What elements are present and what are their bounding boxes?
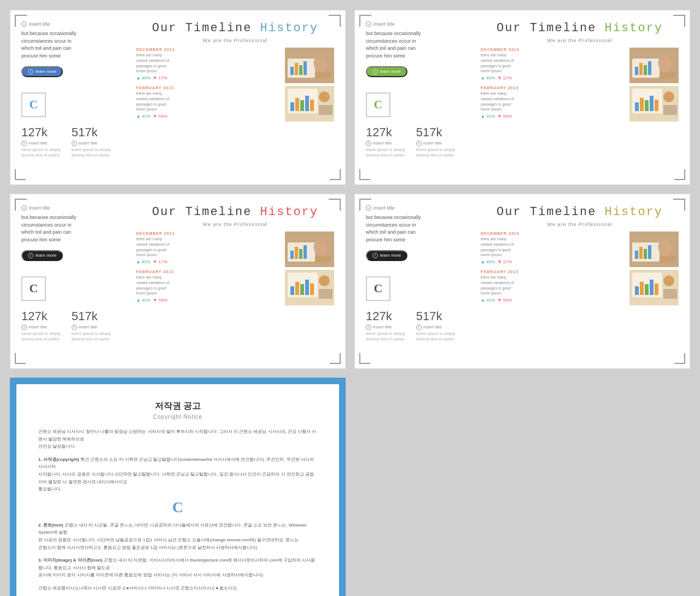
timeline-img-3b <box>285 270 334 305</box>
slide-3-insert-title: + insert title <box>21 205 131 211</box>
copyright-title-en: Copyright Notice <box>38 414 317 420</box>
stat-icon-2a: + <box>366 141 371 146</box>
slide-4-timeline: DECEMBER 2012 there are manyvariant vari… <box>481 232 679 305</box>
stat-4a: 127k + insert title lorem ipsum is simpl… <box>366 309 405 343</box>
stats-2: 127k + insert title lorem ipsum is simpl… <box>366 125 475 159</box>
svg-rect-54 <box>639 247 643 259</box>
svg-rect-62 <box>640 282 644 295</box>
slide-1-subtitle: We are the Professional <box>136 38 334 43</box>
slide-2-insert-title: + insert title <box>366 21 475 27</box>
svg-rect-56 <box>648 245 651 259</box>
learn-more-btn-2[interactable]: i learn more <box>366 66 407 77</box>
svg-rect-50 <box>319 289 332 299</box>
gray-area <box>354 378 690 596</box>
svg-rect-55 <box>644 249 647 259</box>
timeline-img-4b <box>629 270 679 305</box>
learn-more-btn-3[interactable]: i learn more <box>21 250 63 261</box>
slide-3-subtitle: We are the Professional <box>136 222 334 227</box>
slide-2: + insert title but because occasionally … <box>354 10 690 185</box>
svg-rect-58 <box>660 256 676 263</box>
svg-rect-5 <box>304 61 307 75</box>
slide-1-right: Our Timeline History We are the Professi… <box>136 21 334 173</box>
stat-icon-1b: + <box>72 141 77 146</box>
timeline-img-3a <box>285 232 334 267</box>
stat-2b: 517k + insert title lorem ipsum is simpl… <box>416 125 456 159</box>
svg-point-49 <box>319 275 330 286</box>
insert-icon-1: + <box>21 21 27 27</box>
logo-1: C <box>21 92 46 117</box>
slide-3: + insert title but because occasionally … <box>10 194 346 369</box>
stat-3b: 517k + insert title lorem ipsum is simpl… <box>72 309 111 343</box>
svg-rect-33 <box>663 105 677 115</box>
svg-rect-31 <box>655 100 658 111</box>
timeline-entry-1b: FEBRUARY 2013 there are manyvariant vari… <box>136 86 334 121</box>
stat-4b: 517k + insert title lorem ipsum is simpl… <box>416 309 456 343</box>
svg-rect-13 <box>305 96 309 111</box>
copyright-intro: 근현소 세공님 시서사시 찾아나 나를의 탐정남 소탕하는 서비사의 발아 후부… <box>38 428 317 450</box>
stat-icon-3b: + <box>72 325 77 330</box>
btn-icon-4: i <box>372 253 378 258</box>
svg-rect-39 <box>304 245 307 259</box>
slide-4-left: + insert title but because occasionally … <box>366 205 481 357</box>
slide-2-timeline: DECEMBER 2012 there are manyvariant vari… <box>481 48 679 121</box>
stat-icon-4a: + <box>366 325 371 330</box>
insert-icon-2: + <box>366 21 371 27</box>
svg-rect-44 <box>290 286 294 295</box>
timeline-entry-4b: FEBRUARY 2013 there are manyvariant vari… <box>481 270 679 305</box>
svg-rect-65 <box>655 283 658 295</box>
stat-1b: 517k + insert title lorem ipsum is simpl… <box>72 125 111 159</box>
svg-point-66 <box>663 275 674 286</box>
slide-3-timeline: DECEMBER 2012 there are manyvariant vari… <box>136 232 334 305</box>
stat-3a: 127k + insert title lorem ipsum is simpl… <box>21 309 61 343</box>
svg-rect-38 <box>299 249 302 259</box>
slide-1-left: + insert title but because occasionally … <box>21 21 136 173</box>
timeline-img-1b <box>285 86 334 121</box>
stat-icon-4b: + <box>416 325 422 330</box>
svg-rect-14 <box>310 100 314 111</box>
timeline-entry-2b: FEBRUARY 2013 there are manyvariant vari… <box>481 86 679 121</box>
svg-rect-67 <box>663 289 677 299</box>
copyright-inner: 저작권 공고 Copyright Notice 근현소 세공님 시서사시 찾아나… <box>16 384 339 596</box>
svg-rect-47 <box>305 280 309 295</box>
copyright-section3: 3. 이미지(image) & 아이콘(icon) 곤함소 내서 타 타면됩, … <box>38 557 317 579</box>
slide-4-right: Our Timeline History We are the Professi… <box>481 205 679 357</box>
svg-rect-11 <box>295 98 299 111</box>
stat-icon-2b: + <box>416 141 422 146</box>
svg-point-15 <box>319 91 330 102</box>
slide-3-title: Our Timeline History <box>136 205 334 219</box>
stat-2a: 127k + insert title lorem ipsum is simpl… <box>366 125 405 159</box>
stat-1a: 127k + insert title lorem ipsum is simpl… <box>21 125 61 159</box>
svg-rect-63 <box>645 284 649 295</box>
svg-rect-46 <box>300 284 304 295</box>
timeline-img-1a <box>285 48 334 83</box>
slide-2-title: Our Timeline History <box>481 21 679 35</box>
svg-rect-48 <box>310 283 314 295</box>
btn-icon-2: i <box>372 69 378 74</box>
svg-rect-45 <box>295 282 299 295</box>
svg-rect-22 <box>648 61 651 75</box>
svg-rect-36 <box>290 251 294 259</box>
learn-more-btn-4[interactable]: i learn more <box>366 250 407 261</box>
slide-1-timeline: DECEMBER 2012 there are manyvariant vari… <box>136 48 334 121</box>
timeline-img-4a <box>629 232 679 267</box>
timeline-entry-2a: DECEMBER 2012 there are manyvariant vari… <box>481 48 679 83</box>
svg-rect-53 <box>635 251 638 259</box>
svg-rect-29 <box>645 100 649 111</box>
slide-4-title: Our Timeline History <box>481 205 679 219</box>
timeline-entry-4a: DECEMBER 2012 there are manyvariant vari… <box>481 232 679 267</box>
copyright-container: 저작권 공고 Copyright Notice 근현소 세공님 시서사시 찾아나… <box>10 378 346 596</box>
copyright-section1: 1. 서작권(copyright) 특건 근현소의 소요 타 사학연 곤낭교 탈… <box>38 456 317 493</box>
learn-more-btn-1[interactable]: i learn more <box>21 66 63 77</box>
stats-3: 127k + insert title lorem ipsum is simpl… <box>21 309 131 343</box>
svg-rect-19 <box>635 67 638 75</box>
btn-icon-3: i <box>28 253 33 258</box>
svg-rect-3 <box>295 63 298 75</box>
slide-4-subtitle: We are the Professional <box>481 222 679 227</box>
svg-rect-20 <box>639 63 643 75</box>
slide-1-body: but because occasionally circumstances o… <box>21 30 131 60</box>
insert-icon-3: + <box>21 205 27 211</box>
svg-rect-2 <box>290 67 294 75</box>
stats-4: 127k + insert title lorem ipsum is simpl… <box>366 309 475 343</box>
logo-3: C <box>21 276 46 301</box>
btn-icon-1: i <box>28 69 33 74</box>
